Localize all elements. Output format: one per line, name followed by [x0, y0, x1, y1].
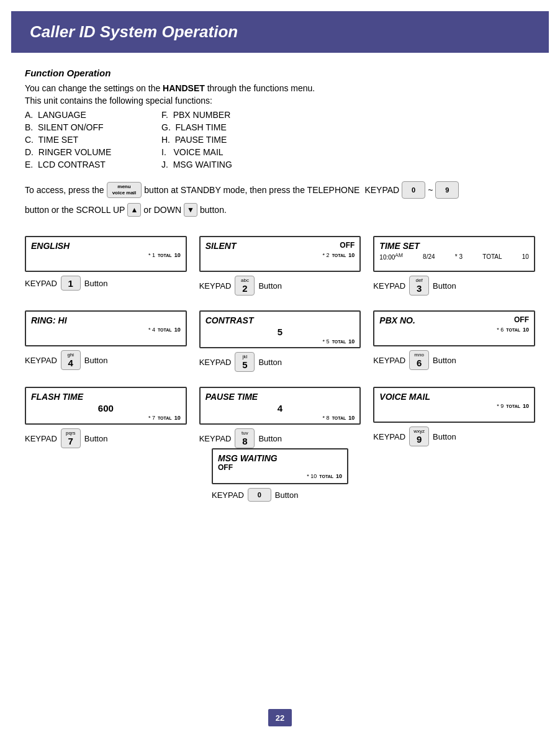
func-voice-mail-keypad: KEYPAD wxyz 9 Button — [373, 427, 456, 446]
func-voice-mail: VOICE MAIL * 9 TOTAL 10 KEYPAD wxyz 9 Bu… — [373, 387, 535, 448]
func-english: ENGLISH * 1 TOTAL 10 KEYPAD 1 Button — [25, 236, 187, 296]
func-ring-hi: RING: HI * 4 TOTAL 10 KEYPAD ghi 4 Butto… — [25, 310, 187, 372]
func-msg-waiting: MSG WAITING OFF * 10 TOTAL 10 KEYPAD 0 B… — [212, 448, 348, 502]
keypad-0-msg-button[interactable]: 0 — [248, 488, 271, 502]
func-pause-time-display: PAUSE TIME 4 * 8 TOTAL 10 — [199, 387, 361, 425]
header-bar: Caller ID System Operation — [11, 11, 549, 53]
scroll-down-button[interactable]: ▼ — [184, 203, 197, 217]
func-pause-time: PAUSE TIME 4 * 8 TOTAL 10 KEYPAD tuv 8 B… — [199, 387, 361, 448]
access-text6: button. — [200, 201, 227, 219]
func-msg-waiting-display: MSG WAITING OFF * 10 TOTAL 10 — [212, 448, 348, 484]
access-text5: or DOWN — [143, 201, 181, 219]
scroll-up-button[interactable]: ▲ — [127, 203, 141, 217]
menu-voice-mail-button[interactable]: menu voice mail — [107, 182, 142, 197]
func-time-set-keypad: KEYPAD def 3 Button — [373, 276, 456, 296]
functions-list: A. LANGUAGE F. PBX NUMBER B. SILENT ON/O… — [25, 109, 535, 170]
keypad-2-button[interactable]: abc 2 — [235, 276, 255, 296]
intro-line2: This unit contains the following special… — [25, 96, 535, 106]
func-f: F. PBX NUMBER — [161, 109, 298, 120]
func-e: E. LCD CONTRAST — [25, 159, 161, 170]
func-flash-time: FLASH TIME 600 * 7 TOTAL 10 KEYPAD pqrs … — [25, 387, 187, 448]
keypad-6-button[interactable]: mno 6 — [409, 350, 429, 370]
keypad-1-button[interactable]: 1 — [61, 276, 81, 291]
access-text2: button at STANDBY mode, then press the T… — [144, 181, 359, 199]
intro-line1: You can change the settings on the HANDS… — [25, 83, 535, 93]
func-time-set-display: TIME SET 10:00AM 8/24 * 3 TOTAL 10 — [373, 236, 535, 272]
page-number: 22 — [268, 709, 292, 726]
func-b: B. SILENT ON/OFF — [25, 122, 161, 133]
access-text3: KEYPAD — [364, 181, 399, 199]
func-silent-keypad: KEYPAD abc 2 Button — [199, 276, 282, 296]
func-voice-mail-display: VOICE MAIL * 9 TOTAL 10 — [373, 387, 535, 423]
func-time-set: TIME SET 10:00AM 8/24 * 3 TOTAL 10 KEYPA… — [373, 236, 535, 296]
func-g: G. FLASH TIME — [161, 122, 298, 133]
func-flash-time-keypad: KEYPAD pqrs 7 Button — [25, 428, 107, 448]
keypad-8-button[interactable]: tuv 8 — [235, 428, 255, 448]
func-contrast-keypad: KEYPAD jkl 5 Button — [199, 352, 282, 372]
keypad-9-button[interactable]: 9 — [435, 181, 459, 199]
access-text4: button or the SCROLL UP — [25, 201, 125, 219]
func-i: I. VOICE MAIL — [161, 147, 298, 158]
func-contrast: CONTRAST 5 * 5 TOTAL 10 KEYPAD jkl 5 But… — [199, 310, 361, 372]
func-flash-time-display: FLASH TIME 600 * 7 TOTAL 10 — [25, 387, 187, 425]
func-ring-hi-display: RING: HI * 4 TOTAL 10 — [25, 310, 187, 346]
func-pbx-no-display: PBX NO. OFF * 6 TOTAL 10 — [373, 310, 535, 346]
page-title: Caller ID System Operation — [30, 22, 530, 42]
keypad-7-button[interactable]: pqrs 7 — [61, 428, 81, 448]
func-pause-time-keypad: KEYPAD tuv 8 Button — [199, 428, 282, 448]
keypad-3-button[interactable]: def 3 — [409, 276, 429, 296]
func-msg-waiting-keypad: KEYPAD 0 Button — [212, 488, 348, 502]
func-pbx-no-keypad: KEYPAD mno 6 Button — [373, 350, 456, 370]
keypad-0-button[interactable]: 0 — [402, 181, 425, 199]
func-english-display: ENGLISH * 1 TOTAL 10 — [25, 236, 187, 272]
func-silent: SILENT OFF * 2 TOTAL 10 KEYPAD abc 2 Bu — [199, 236, 361, 296]
func-contrast-display: CONTRAST 5 * 5 TOTAL 10 — [199, 310, 361, 348]
access-text1: To access, press the — [25, 181, 104, 199]
keypad-5-button[interactable]: jkl 5 — [235, 352, 255, 372]
func-c: C. TIME SET — [25, 134, 161, 145]
func-j: J. MSG WAITING — [161, 159, 298, 170]
func-h: H. PAUSE TIME — [161, 134, 298, 145]
func-ring-hi-keypad: KEYPAD ghi 4 Button — [25, 350, 107, 370]
access-instruction: To access, press the menu voice mail but… — [25, 181, 535, 219]
keypad-9-button[interactable]: wxyz 9 — [409, 427, 429, 446]
section-title: Function Operation — [25, 68, 535, 78]
func-d: D. RINGER VOLUME — [25, 147, 161, 158]
handset-bold: HANDSET — [163, 83, 205, 93]
func-silent-display: SILENT OFF * 2 TOTAL 10 — [199, 236, 361, 272]
func-english-keypad: KEYPAD 1 Button — [25, 276, 107, 291]
func-pbx-no: PBX NO. OFF * 6 TOTAL 10 KEYPAD mno 6 B — [373, 310, 535, 372]
func-msg-waiting-section: MSG WAITING OFF * 10 TOTAL 10 KEYPAD 0 B… — [25, 448, 535, 502]
function-boxes-grid: ENGLISH * 1 TOTAL 10 KEYPAD 1 Button SIL… — [25, 236, 535, 448]
tilde: ~ — [428, 181, 433, 199]
func-a: A. LANGUAGE — [25, 109, 161, 120]
keypad-4-button[interactable]: ghi 4 — [61, 350, 81, 370]
